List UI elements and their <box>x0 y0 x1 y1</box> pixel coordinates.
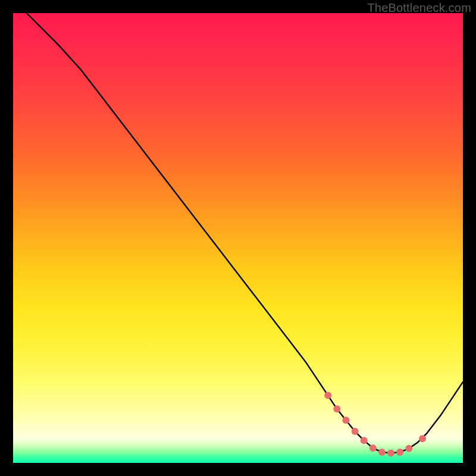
optimal-point <box>324 392 331 399</box>
optimal-point <box>387 449 394 456</box>
chart-frame: TheBottleneck.com <box>0 0 476 476</box>
optimal-point <box>405 445 412 452</box>
attribution-text: TheBottleneck.com <box>367 1 471 15</box>
bottleneck-curve-path <box>27 13 463 453</box>
optimal-region-points <box>324 392 426 457</box>
chart-overlay <box>13 13 463 463</box>
optimal-point <box>361 437 368 444</box>
optimal-point <box>378 449 386 456</box>
optimal-point <box>333 405 340 412</box>
optimal-point <box>342 416 349 424</box>
optimal-point <box>419 435 426 442</box>
bottleneck-curve <box>27 13 463 453</box>
optimal-point <box>369 444 377 452</box>
optimal-point <box>396 449 403 456</box>
optimal-point <box>352 428 359 435</box>
